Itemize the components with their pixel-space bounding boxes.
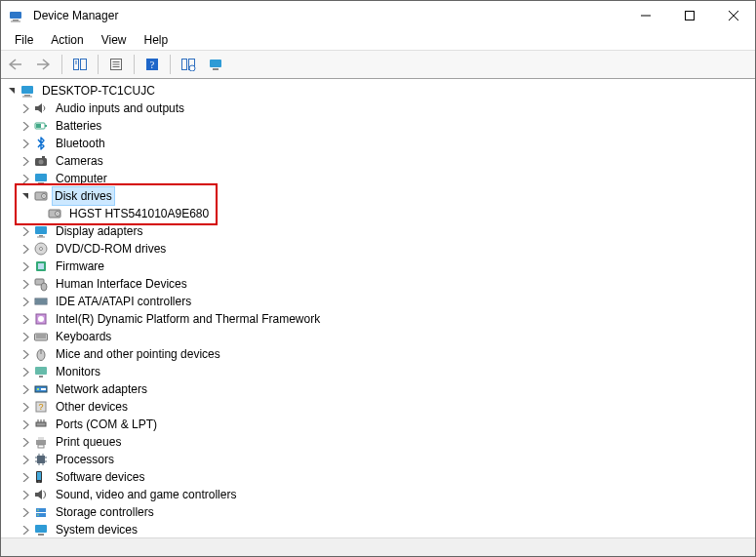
tree-item-label: DESKTOP-TC1CUJC <box>39 82 158 99</box>
chevron-right-icon[interactable] <box>19 505 32 519</box>
chevron-right-icon[interactable] <box>19 523 32 537</box>
tree-item[interactable]: IDE ATA/ATAPI controllers <box>5 293 755 310</box>
tree-item-label: Mice and other pointing devices <box>53 345 223 363</box>
tree-item[interactable]: DVD/CD-ROM drives <box>5 240 755 258</box>
chevron-right-icon[interactable] <box>19 418 32 431</box>
tree-item[interactable]: Network adapters <box>5 380 755 398</box>
chevron-right-icon[interactable] <box>19 101 32 115</box>
menu-file[interactable]: File <box>7 31 41 49</box>
tree-item[interactable]: Keyboards <box>5 328 755 345</box>
tree-item[interactable]: Intel(R) Dynamic Platform and Thermal Fr… <box>5 310 755 328</box>
maximize-button[interactable] <box>667 1 711 30</box>
toolbar-back-button[interactable] <box>5 53 28 76</box>
tree-item[interactable]: Print queues <box>5 433 755 451</box>
tree-item[interactable]: System devices <box>5 521 755 537</box>
chevron-right-icon[interactable] <box>19 365 32 378</box>
computer-icon <box>33 171 49 186</box>
tree-item[interactable]: Display adapters <box>5 222 755 240</box>
computer-icon <box>20 83 35 99</box>
processor-icon <box>33 452 49 467</box>
tree-item[interactable]: Human Interface Devices <box>5 275 755 293</box>
chevron-right-icon[interactable] <box>19 330 32 343</box>
tree-item[interactable]: Storage controllers <box>5 503 755 521</box>
chevron-right-icon[interactable] <box>19 435 32 449</box>
toolbar-separator <box>134 55 135 74</box>
chevron-down-icon[interactable] <box>19 189 32 203</box>
tree-item[interactable]: Ports (COM & LPT) <box>5 416 755 433</box>
tree-item[interactable]: Computer <box>5 170 755 187</box>
tree-item[interactable]: Cameras <box>5 152 755 170</box>
toolbar-devices-button[interactable] <box>204 53 227 76</box>
tree-item[interactable]: Disk drives <box>5 187 755 205</box>
menu-help[interactable]: Help <box>137 31 177 49</box>
tree-item[interactable]: Firmware <box>5 258 755 275</box>
tree-item[interactable]: Processors <box>5 451 755 468</box>
tree-item-label: Network adapters <box>53 380 150 398</box>
tree-item-label: Cameras <box>53 152 106 170</box>
svg-rect-21 <box>213 68 219 70</box>
toolbar: ? <box>1 50 755 79</box>
chevron-right-icon[interactable] <box>19 259 32 273</box>
menu-view[interactable]: View <box>94 31 135 49</box>
menu-action[interactable]: Action <box>43 31 91 49</box>
content-area: DESKTOP-TC1CUJCAudio inputs and outputsB… <box>1 79 755 537</box>
chevron-right-icon[interactable] <box>19 453 32 466</box>
intel-icon <box>33 311 49 327</box>
camera-icon <box>33 153 49 169</box>
firmware-icon <box>33 259 49 274</box>
svg-rect-7 <box>74 60 79 70</box>
bluetooth-icon <box>33 136 49 151</box>
chevron-right-icon[interactable] <box>19 242 32 256</box>
toolbar-forward-button[interactable] <box>32 53 56 76</box>
chevron-right-icon[interactable] <box>19 172 32 185</box>
display-icon <box>33 223 49 239</box>
toolbar-separator <box>170 55 171 74</box>
tree-item-label: Monitors <box>53 363 103 380</box>
chevron-right-icon[interactable] <box>19 154 32 168</box>
chevron-right-icon[interactable] <box>19 224 32 238</box>
software-icon <box>33 469 49 485</box>
toolbar-separator <box>61 55 62 74</box>
svg-point-19 <box>189 65 195 71</box>
ports-icon <box>33 417 49 432</box>
tree-item[interactable]: Software devices <box>5 468 755 486</box>
toolbar-scan-hardware-button[interactable] <box>177 53 200 76</box>
tree-item[interactable]: DESKTOP-TC1CUJC <box>5 82 755 99</box>
toolbar-help-button[interactable]: ? <box>140 53 164 76</box>
keyboard-icon <box>33 329 49 344</box>
chevron-right-icon[interactable] <box>19 347 32 361</box>
toolbar-separator <box>98 55 99 74</box>
tree-item[interactable]: Monitors <box>5 363 755 380</box>
tree-item[interactable]: Batteries <box>5 117 755 135</box>
tree-item[interactable]: Bluetooth <box>5 135 755 152</box>
chevron-right-icon[interactable] <box>19 295 32 308</box>
chevron-right-icon[interactable] <box>19 119 32 133</box>
tree-item-label: Storage controllers <box>53 503 157 521</box>
network-icon <box>33 381 49 397</box>
tree-item[interactable]: HGST HTS541010A9E680 <box>5 205 755 222</box>
toolbar-show-hide-console[interactable] <box>68 53 92 76</box>
minimize-button[interactable] <box>623 1 667 30</box>
chevron-right-icon[interactable] <box>19 382 32 396</box>
chevron-right-icon[interactable] <box>19 312 32 326</box>
svg-rect-20 <box>210 60 221 67</box>
tree-item[interactable]: Audio inputs and outputs <box>5 99 755 117</box>
disk-icon <box>33 188 49 204</box>
toolbar-properties-button[interactable] <box>104 53 128 76</box>
tree-item-label: Intel(R) Dynamic Platform and Thermal Fr… <box>53 310 323 328</box>
chevron-down-icon[interactable] <box>5 84 19 98</box>
chevron-right-icon[interactable] <box>19 488 32 501</box>
close-button[interactable] <box>711 1 755 30</box>
svg-rect-2 <box>11 21 20 22</box>
chevron-right-icon[interactable] <box>19 277 32 291</box>
tree-item[interactable]: Other devices <box>5 398 755 416</box>
audio-icon <box>33 100 49 116</box>
tree-scroll[interactable]: DESKTOP-TC1CUJCAudio inputs and outputsB… <box>1 80 755 537</box>
tree-item[interactable]: Sound, video and game controllers <box>5 486 755 503</box>
tree-item[interactable]: Mice and other pointing devices <box>5 345 755 363</box>
tree-item-label: Human Interface Devices <box>53 275 190 293</box>
chevron-right-icon[interactable] <box>19 400 32 414</box>
chevron-right-icon[interactable] <box>19 137 32 150</box>
svg-text:?: ? <box>150 60 155 70</box>
chevron-right-icon[interactable] <box>19 470 32 484</box>
